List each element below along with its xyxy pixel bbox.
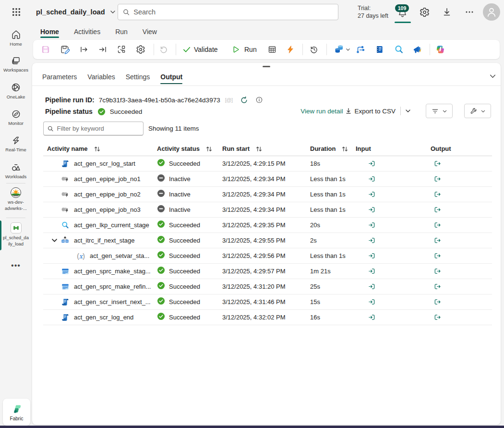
sort-button[interactable] [205, 146, 213, 152]
avatar[interactable] [483, 3, 500, 21]
lookup-button[interactable] [394, 45, 404, 55]
sort-button[interactable] [94, 146, 101, 152]
nav-pipeline-item[interactable]: pl_sched_daily_load [0, 222, 32, 247]
input-button[interactable] [368, 236, 431, 245]
tab-output[interactable]: Output [160, 63, 182, 86]
nav-monitor[interactable]: Monitor [0, 109, 32, 127]
nav-workloads[interactable]: Workloads [0, 162, 32, 180]
copy-run-id-icon[interactable]: [@] [225, 97, 233, 103]
table-row[interactable]: act_gen_epipe_job_no3 Inactive 3/12/2025… [43, 202, 492, 218]
output-button[interactable] [433, 282, 492, 291]
global-search[interactable] [118, 4, 338, 20]
step-out-button[interactable] [98, 45, 108, 54]
output-button[interactable] [433, 298, 492, 306]
input-button[interactable] [368, 221, 431, 229]
column-header-activity-status[interactable]: Activity status [157, 145, 222, 152]
output-button[interactable] [433, 175, 492, 183]
notifications-button[interactable]: 109 [392, 2, 413, 23]
settings-button[interactable] [418, 5, 431, 19]
refresh-button[interactable] [240, 96, 248, 104]
ribbon-tab-run[interactable]: Run [115, 24, 128, 40]
download-button[interactable] [440, 5, 454, 19]
search-input[interactable] [133, 8, 333, 16]
view-run-detail-link[interactable]: View run detail [300, 108, 343, 115]
table-row[interactable]: act_gen_lkp_current_stage Succeeded 3/12… [43, 218, 492, 233]
export-chevron-button[interactable] [405, 108, 411, 114]
notebook-button[interactable] [375, 45, 384, 54]
output-button[interactable] [433, 313, 492, 321]
table-row[interactable]: act_gen_epipe_job_no1 Inactive 3/12/2025… [43, 171, 492, 187]
table-row[interactable]: act_gen_scr_insert_next_... Succeeded 3/… [43, 294, 492, 310]
row-expand-button[interactable] [48, 237, 60, 244]
run-play-icon-holder[interactable] [231, 45, 240, 54]
input-button[interactable] [368, 282, 431, 291]
input-button[interactable] [368, 252, 431, 260]
output-button[interactable] [433, 267, 492, 275]
info-button[interactable] [256, 97, 263, 103]
ribbon-tab-home[interactable]: Home [40, 24, 59, 40]
output-button[interactable] [433, 252, 492, 260]
more-options-button[interactable] [463, 5, 476, 19]
schedule-button[interactable] [267, 45, 277, 54]
validate-check-icon-holder[interactable] [182, 45, 192, 54]
add-activity-button[interactable] [356, 45, 366, 55]
nav-home[interactable]: Home [0, 30, 32, 48]
output-button[interactable] [433, 190, 492, 198]
nav-more-button[interactable]: ••• [0, 261, 32, 270]
output-button[interactable] [433, 236, 492, 245]
table-row[interactable]: (x) act_gen_setvar_sta... Succeeded 3/12… [43, 248, 492, 264]
input-button[interactable] [368, 175, 431, 183]
nav-realtime[interactable]: Real-Time [0, 135, 32, 153]
copy-data-chevron[interactable] [346, 47, 351, 52]
column-header-activity-name[interactable]: Activity name [43, 145, 157, 152]
invoke-button[interactable] [412, 44, 423, 55]
output-button[interactable] [433, 221, 492, 229]
output-button[interactable] [433, 206, 492, 214]
arrange-button[interactable] [117, 45, 126, 54]
ribbon-tab-view[interactable]: View [143, 24, 157, 40]
tab-variables[interactable]: Variables [87, 63, 115, 86]
input-button[interactable] [368, 159, 431, 168]
step-in-button[interactable] [79, 45, 89, 54]
filter-options-button[interactable] [426, 104, 453, 118]
input-button[interactable] [368, 267, 431, 275]
export-csv-button[interactable]: Export to CSV [345, 107, 396, 115]
column-header-run-start[interactable]: Run start [222, 145, 310, 152]
keyword-filter[interactable] [43, 122, 144, 135]
input-button[interactable] [368, 298, 431, 306]
run-button[interactable]: Run [244, 46, 257, 53]
table-row[interactable]: act_gen_scr_log_start Succeeded 3/12/202… [43, 156, 492, 171]
table-row[interactable]: act_itrc_if_next_stage Succeeded 3/12/20… [43, 233, 492, 248]
trigger-button[interactable] [286, 45, 295, 54]
nav-workspace-advwrks[interactable]: ws-dev-advwrks-... [0, 187, 32, 211]
table-row[interactable]: act_gen_sprc_make_refin... Succeeded 3/1… [43, 279, 492, 294]
table-row[interactable]: act_gen_epipe_job_no2 Inactive 3/12/2025… [43, 187, 492, 202]
pipeline-settings-button[interactable] [136, 45, 146, 55]
fabric-switcher[interactable]: Fabric [3, 399, 30, 426]
column-settings-button[interactable] [464, 104, 491, 118]
ribbon-tab-activities[interactable]: Activities [74, 24, 100, 40]
sort-button[interactable] [341, 146, 348, 152]
input-button[interactable] [368, 190, 431, 198]
validate-button[interactable]: Validate [194, 46, 218, 53]
table-row[interactable]: act_gen_scr_log_end Succeeded 3/12/2025,… [43, 310, 492, 325]
copy-data-button[interactable] [334, 45, 344, 55]
panel-drag-handle[interactable] [263, 66, 270, 67]
sort-button[interactable] [255, 146, 263, 152]
app-launcher-icon[interactable] [10, 5, 23, 19]
input-button[interactable] [368, 313, 431, 321]
tab-parameters[interactable]: Parameters [42, 63, 77, 86]
keyword-filter-input[interactable] [57, 125, 139, 132]
output-button[interactable] [433, 159, 492, 168]
nav-workspaces[interactable]: Workspaces [0, 56, 32, 73]
table-row[interactable]: act_gen_sprc_make_stag... Succeeded 3/12… [43, 264, 492, 279]
save-as-button[interactable] [60, 45, 70, 55]
column-header-duration[interactable]: Duration [310, 145, 356, 152]
input-button[interactable] [368, 206, 431, 214]
run-history-button[interactable] [309, 45, 319, 54]
nav-onelake[interactable]: OneLake [0, 82, 32, 100]
tab-settings[interactable]: Settings [126, 63, 150, 86]
item-title-group[interactable]: pl_sched_daily_load [36, 0, 116, 24]
save-button[interactable] [41, 45, 50, 54]
panel-collapse-button[interactable] [487, 71, 498, 81]
